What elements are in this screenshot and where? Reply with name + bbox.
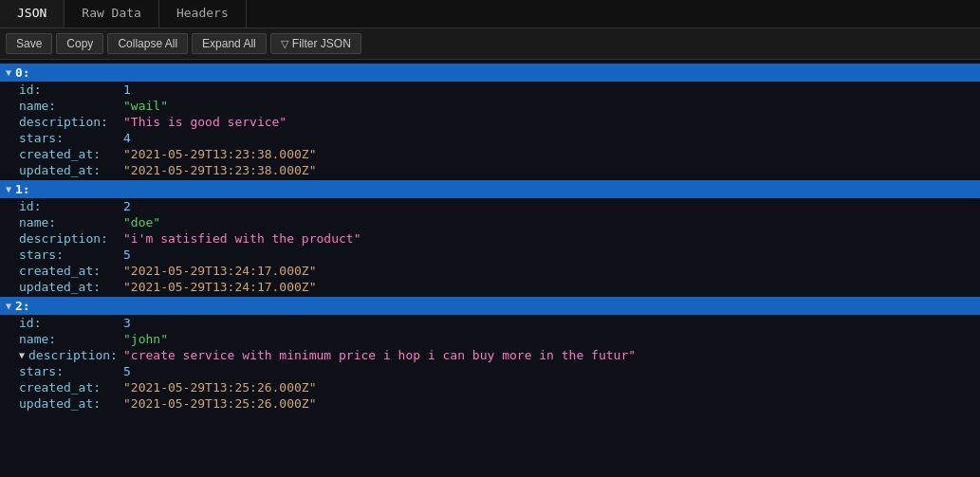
field-value: 3 — [123, 316, 131, 330]
field-key: description: — [28, 348, 118, 362]
field-key: description: — [19, 115, 123, 129]
json-field-row: updated_at:"2021-05-29T13:24:17.000Z" — [0, 279, 980, 295]
field-value: "doe" — [123, 215, 160, 229]
field-value: "2021-05-29T13:25:26.000Z" — [123, 396, 317, 411]
field-key: stars: — [19, 248, 123, 262]
json-field-row: id:3 — [0, 315, 980, 331]
field-value: "2021-05-29T13:25:26.000Z" — [123, 380, 317, 394]
json-field-row: description:"This is good service" — [0, 114, 980, 130]
expand-arrow: ▼ — [19, 350, 25, 360]
json-field-row: id:1 — [0, 82, 980, 98]
tab-bar: JSON Raw Data Headers — [0, 0, 980, 28]
field-value: "This is good service" — [123, 115, 287, 129]
field-key: description: — [19, 231, 123, 246]
field-value: 1 — [123, 83, 131, 97]
filter-json-button[interactable]: ▽ Filter JSON — [270, 33, 361, 54]
field-value: "2021-05-29T13:24:17.000Z" — [123, 264, 317, 278]
field-value: 5 — [123, 248, 131, 262]
field-value: "i'm satisfied with the product" — [123, 231, 361, 246]
field-value: "wail" — [123, 99, 168, 113]
json-group: ▼2:id:3name:"john" ▼ description: "creat… — [0, 297, 980, 412]
tab-headers[interactable]: Headers — [159, 0, 247, 28]
field-key: id: — [19, 83, 123, 97]
json-field-row: description:"i'm satisfied with the prod… — [0, 230, 980, 247]
json-field-row: created_at:"2021-05-29T13:25:26.000Z" — [0, 379, 980, 395]
json-fields: id:1name:"wail"description:"This is good… — [0, 82, 980, 178]
field-value: 2 — [123, 199, 131, 213]
record-index-label: 1: — [15, 182, 30, 196]
collapse-arrow: ▼ — [6, 67, 11, 78]
collapse-arrow: ▼ — [6, 184, 11, 194]
field-key: stars: — [19, 364, 123, 378]
field-key: created_at: — [19, 147, 123, 161]
json-fields: id:2name:"doe"description:"i'm satisfied… — [0, 198, 980, 295]
json-field-row: name:"wail" — [0, 98, 980, 114]
expandable-key[interactable]: ▼ description: — [19, 348, 123, 362]
json-field-row: stars:5 — [0, 363, 980, 379]
field-value: "create service with minimum price i hop… — [123, 348, 636, 362]
field-value: 4 — [123, 131, 131, 145]
field-key: id: — [19, 316, 123, 330]
json-field-row: ▼ description: "create service with mini… — [0, 347, 980, 363]
json-fields: id:3name:"john" ▼ description: "create s… — [0, 315, 980, 412]
field-key: name: — [19, 215, 123, 229]
record-index-label: 0: — [15, 65, 30, 80]
copy-button[interactable]: Copy — [56, 33, 103, 54]
json-content[interactable]: ▼0:id:1name:"wail"description:"This is g… — [0, 60, 980, 477]
field-key: id: — [19, 199, 123, 213]
field-key: updated_at: — [19, 396, 123, 411]
expand-all-button[interactable]: Expand All — [192, 33, 267, 54]
field-value: "2021-05-29T13:24:17.000Z" — [123, 280, 317, 294]
json-group: ▼1:id:2name:"doe"description:"i'm satisf… — [0, 180, 980, 295]
field-value: "john" — [123, 332, 168, 346]
tab-raw[interactable]: Raw Data — [65, 0, 159, 28]
json-field-row: created_at:"2021-05-29T13:23:38.000Z" — [0, 146, 980, 162]
field-key: name: — [19, 99, 123, 113]
field-key: name: — [19, 332, 123, 346]
field-value: "2021-05-29T13:23:38.000Z" — [123, 163, 317, 177]
field-key: created_at: — [19, 264, 123, 278]
json-record-header[interactable]: ▼0: — [0, 64, 980, 82]
filter-label: Filter JSON — [292, 37, 351, 50]
field-value: "2021-05-29T13:23:38.000Z" — [123, 147, 317, 161]
json-field-row: updated_at:"2021-05-29T13:23:38.000Z" — [0, 162, 980, 178]
field-key: created_at: — [19, 380, 123, 394]
collapse-all-button[interactable]: Collapse All — [107, 33, 188, 54]
field-key: stars: — [19, 131, 123, 145]
filter-icon: ▽ — [281, 38, 288, 50]
json-group: ▼0:id:1name:"wail"description:"This is g… — [0, 64, 980, 178]
json-record-header[interactable]: ▼2: — [0, 297, 980, 315]
field-key: updated_at: — [19, 163, 123, 177]
save-button[interactable]: Save — [6, 33, 52, 54]
tab-json[interactable]: JSON — [0, 0, 65, 28]
json-field-row: id:2 — [0, 198, 980, 214]
json-record-header[interactable]: ▼1: — [0, 180, 980, 198]
json-field-row: name:"john" — [0, 331, 980, 347]
record-index-label: 2: — [15, 299, 30, 313]
json-field-row: name:"doe" — [0, 214, 980, 230]
json-field-row: stars:5 — [0, 247, 980, 263]
field-value: 5 — [123, 364, 131, 378]
toolbar: Save Copy Collapse All Expand All ▽ Filt… — [0, 28, 980, 60]
collapse-arrow: ▼ — [6, 301, 11, 311]
json-field-row: created_at:"2021-05-29T13:24:17.000Z" — [0, 263, 980, 279]
json-field-row: updated_at:"2021-05-29T13:25:26.000Z" — [0, 395, 980, 412]
json-field-row: stars:4 — [0, 130, 980, 146]
field-key: updated_at: — [19, 280, 123, 294]
